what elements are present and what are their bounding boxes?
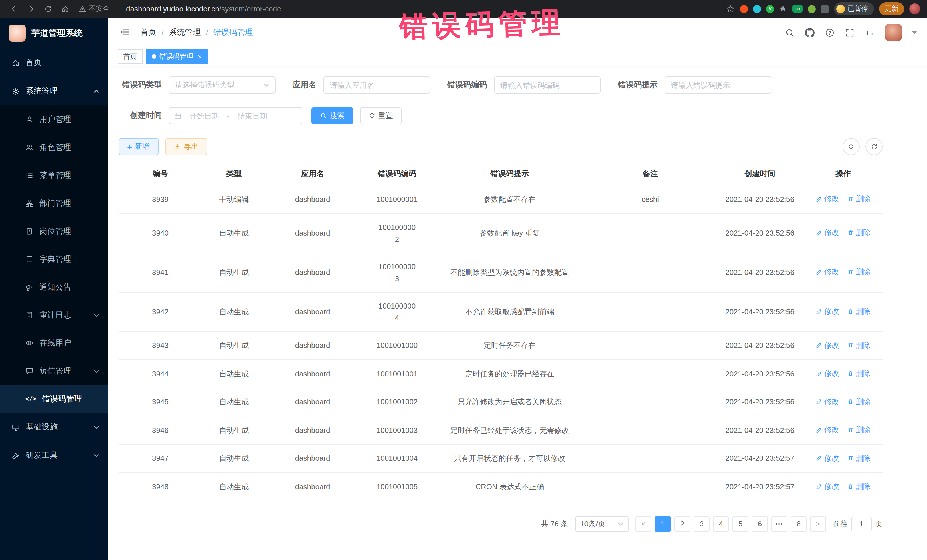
sidebar-item-audit-logs[interactable]: 审计日志	[0, 301, 108, 329]
page-size-select[interactable]: 10条/页	[575, 516, 629, 532]
back-button[interactable]	[7, 2, 21, 16]
tag-error-code[interactable]: 错误码管理 ×	[146, 49, 207, 64]
export-button[interactable]: 导出	[166, 138, 207, 155]
next-page-button[interactable]: >	[810, 516, 826, 532]
sidebar-item-departments[interactable]: 部门管理	[0, 189, 108, 217]
pager-page-5[interactable]: 5	[732, 516, 748, 532]
sidebar-item-notices[interactable]: 通知公告	[0, 273, 108, 301]
sidebar-item-home[interactable]: 首页	[0, 49, 108, 77]
delete-link[interactable]: 删除	[847, 227, 871, 239]
dark-extension-icon[interactable]	[821, 5, 829, 13]
github-icon[interactable]	[805, 28, 815, 37]
edit-link[interactable]: 修改	[816, 339, 839, 351]
proxy-on-extension-icon[interactable]: on	[792, 5, 802, 12]
security-indicator[interactable]: 不安全	[79, 4, 109, 14]
forward-button[interactable]	[24, 2, 38, 16]
search-button[interactable]: 搜索	[312, 107, 353, 124]
edit-link[interactable]: 修改	[816, 193, 839, 205]
edit-link[interactable]: 修改	[816, 367, 839, 379]
adblocker-extension-icon[interactable]	[740, 5, 748, 13]
font-size-icon[interactable]: TT	[865, 28, 874, 37]
sidebar-item-roles[interactable]: 角色管理	[0, 134, 108, 161]
close-icon[interactable]: ×	[198, 53, 202, 60]
plus-icon: +	[127, 142, 132, 151]
help-icon[interactable]: ?	[825, 28, 834, 37]
error-code-input[interactable]	[494, 76, 601, 94]
delete-link[interactable]: 删除	[847, 266, 871, 278]
cell-actions: 修改删除	[804, 416, 883, 444]
edit-link[interactable]: 修改	[816, 452, 839, 464]
toggle-search-button[interactable]	[843, 138, 860, 155]
update-button[interactable]: 更新	[879, 2, 904, 15]
sidebar-item-posts[interactable]: 岗位管理	[0, 217, 108, 245]
color-picker-extension-icon[interactable]	[753, 5, 761, 13]
sidebar-item-sms[interactable]: 短信管理	[0, 357, 108, 385]
edit-link[interactable]: 修改	[816, 227, 839, 239]
sidebar-item-dev-tools[interactable]: 研发工具	[0, 442, 108, 470]
trash-icon	[847, 370, 854, 377]
bookmark-star-icon[interactable]	[726, 5, 735, 13]
sidebar-item-infrastructure[interactable]: 基础设施	[0, 413, 108, 442]
pager-page-4[interactable]: 4	[713, 516, 729, 532]
gear-icon	[11, 87, 20, 96]
green-extension-icon[interactable]	[808, 5, 816, 13]
edit-link[interactable]: 修改	[816, 266, 839, 278]
sidebar-item-system-mgmt[interactable]: 系统管理	[0, 77, 108, 106]
app-logo[interactable]: 芋道管理系统	[0, 18, 108, 49]
paused-pill[interactable]: 已暂停	[834, 2, 874, 15]
sidebar-item-menus[interactable]: 菜单管理	[0, 161, 108, 189]
edit-link[interactable]: 修改	[816, 424, 839, 436]
reset-button[interactable]: 重置	[360, 107, 401, 124]
end-date-input[interactable]	[232, 111, 273, 120]
user-avatar[interactable]	[885, 24, 902, 41]
sidebar-toggle-button[interactable]	[119, 26, 131, 39]
goto-page-input[interactable]	[851, 516, 872, 531]
sidebar-item-dicts[interactable]: 字典管理	[0, 245, 108, 273]
error-tip-input[interactable]	[664, 76, 771, 94]
chat-bubble-icon	[25, 367, 33, 375]
delete-link[interactable]: 删除	[847, 193, 871, 205]
browser-home-button[interactable]	[58, 2, 72, 16]
app-name-input[interactable]	[324, 76, 430, 94]
start-date-input[interactable]	[184, 111, 225, 120]
prev-page-button[interactable]: <	[635, 516, 652, 532]
sidebar-item-error-codes[interactable]: </> 错误码管理	[0, 385, 108, 413]
extensions-puzzle-icon[interactable]	[779, 5, 787, 13]
pager-more-button[interactable]: •••	[771, 516, 787, 532]
refresh-icon	[369, 112, 375, 119]
pager-page-1[interactable]: 1	[655, 516, 671, 532]
pager-page-6[interactable]: 6	[752, 516, 768, 532]
filter-app-label: 应用名	[293, 80, 317, 90]
sidebar-item-users[interactable]: 用户管理	[0, 106, 108, 134]
breadcrumb-home[interactable]: 首页	[140, 27, 156, 38]
search-icon[interactable]	[785, 28, 795, 37]
fullscreen-icon[interactable]	[845, 28, 854, 37]
col-actions: 操作	[804, 163, 883, 185]
delete-link[interactable]: 删除	[847, 452, 871, 464]
pager-page-2[interactable]: 2	[674, 516, 690, 532]
refresh-table-button[interactable]	[865, 138, 883, 155]
reload-button[interactable]	[41, 2, 55, 16]
edit-link[interactable]: 修改	[816, 396, 839, 407]
address-bar[interactable]: dashboard.yudao.iocoder.cn/system/error-…	[126, 5, 717, 13]
pager-page-3[interactable]: 3	[694, 516, 710, 532]
create-time-range[interactable]: -	[169, 107, 302, 124]
tag-home[interactable]: 首页	[117, 49, 143, 64]
delete-link[interactable]: 删除	[847, 305, 871, 317]
delete-link[interactable]: 删除	[847, 367, 871, 379]
edit-link[interactable]: 修改	[816, 480, 839, 492]
cell-actions: 修改删除	[804, 472, 883, 501]
delete-link[interactable]: 删除	[847, 339, 871, 351]
sidebar-item-online-users[interactable]: 在线用户	[0, 329, 108, 357]
delete-link[interactable]: 删除	[847, 480, 871, 492]
error-type-select[interactable]: 请选择错误码类型	[169, 76, 275, 94]
delete-link[interactable]: 删除	[847, 396, 871, 407]
breadcrumb-system[interactable]: 系统管理	[169, 27, 201, 38]
add-button[interactable]: + 新增	[119, 138, 159, 155]
vue-devtools-icon[interactable]: V	[766, 5, 774, 13]
edit-link[interactable]: 修改	[816, 305, 839, 317]
delete-link[interactable]: 删除	[847, 424, 871, 436]
chevron-down-icon[interactable]	[912, 31, 917, 34]
pager-page-8[interactable]: 8	[791, 516, 807, 532]
browser-profile-avatar[interactable]	[909, 3, 920, 14]
